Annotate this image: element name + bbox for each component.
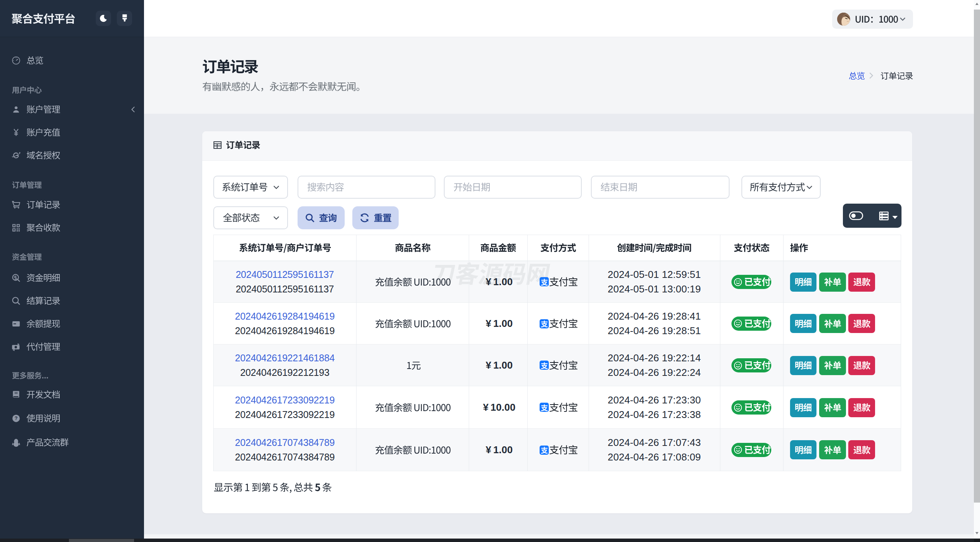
svg-text:?: ? <box>15 415 18 421</box>
